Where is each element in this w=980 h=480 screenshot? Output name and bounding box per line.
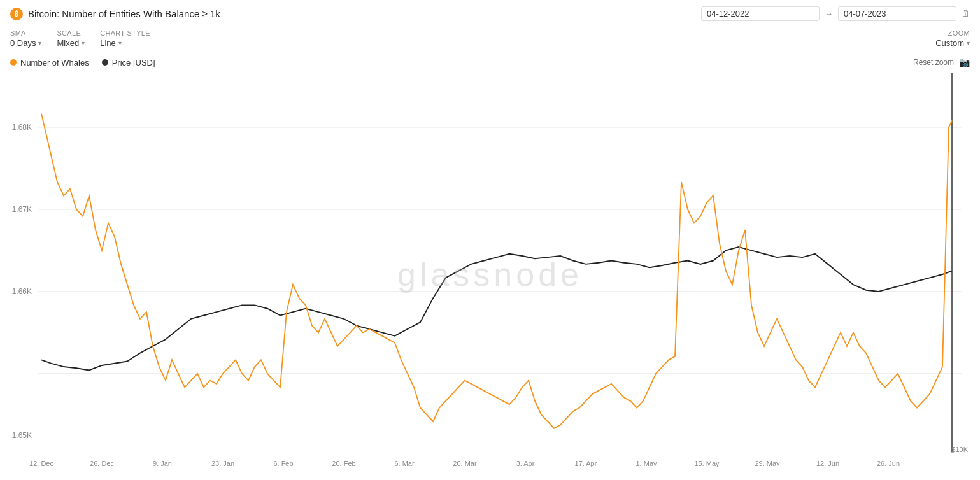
chart-svg: 1.68K 1.67K 1.66K 1.65K 12. Dec 26. Dec … xyxy=(0,73,980,476)
legend-price: Price [USD] xyxy=(102,58,155,67)
svg-text:12. Jun: 12. Jun xyxy=(816,460,839,467)
price-dot xyxy=(102,59,108,66)
sma-label: SMA xyxy=(10,29,41,37)
chart-area: glassnode 1.68K 1.67K 1.66K 1.65K 12. De… xyxy=(0,73,980,476)
svg-text:20. Mar: 20. Mar xyxy=(453,460,476,467)
zoom-label: Zoom xyxy=(948,29,970,37)
sma-value: 0 Days xyxy=(10,38,36,48)
svg-text:1.68K: 1.68K xyxy=(12,123,32,132)
svg-text:12. Dec: 12. Dec xyxy=(29,460,53,467)
date-arrow: → xyxy=(825,9,833,18)
zoom-select[interactable]: Custom ▾ xyxy=(935,38,970,48)
chart-style-value: Line xyxy=(100,38,116,48)
legend: Number of Whales Price [USD] Reset zoom … xyxy=(0,52,980,73)
zoom-control: Zoom Custom ▾ xyxy=(935,29,970,48)
svg-text:1.66K: 1.66K xyxy=(12,287,32,296)
scale-label: Scale xyxy=(57,29,85,37)
reset-zoom-button[interactable]: Reset zoom xyxy=(913,58,954,67)
svg-text:26. Jun: 26. Jun xyxy=(877,460,900,467)
svg-text:15. May: 15. May xyxy=(694,460,719,467)
calendar-icon[interactable]: 🗓 xyxy=(962,9,970,18)
chart-style-select[interactable]: Line ▾ xyxy=(100,38,150,48)
svg-text:17. Apr: 17. Apr xyxy=(575,460,597,467)
controls-bar: SMA 0 Days ▾ Scale Mixed ▾ Chart Style L… xyxy=(0,25,980,52)
title-area: ₿ Bitcoin: Number of Entities With Balan… xyxy=(10,8,220,20)
price-line xyxy=(41,247,952,370)
svg-text:26. Dec: 26. Dec xyxy=(90,460,114,467)
page-title: Bitcoin: Number of Entities With Balance… xyxy=(28,8,220,19)
btc-icon: ₿ xyxy=(10,8,23,20)
svg-text:1. May: 1. May xyxy=(636,460,657,467)
date-range-area: → 🗓 xyxy=(701,6,970,21)
svg-text:9. Jan: 9. Jan xyxy=(153,460,172,467)
legend-whales: Number of Whales xyxy=(10,58,89,67)
zoom-chevron-icon: ▾ xyxy=(967,39,970,46)
scale-control: Scale Mixed ▾ xyxy=(57,29,85,48)
zoom-value: Custom xyxy=(935,38,964,48)
svg-text:6. Feb: 6. Feb xyxy=(273,460,293,467)
chart-style-label: Chart Style xyxy=(100,29,150,37)
scale-select[interactable]: Mixed ▾ xyxy=(57,38,85,48)
svg-text:1.65K: 1.65K xyxy=(12,430,32,439)
svg-text:$10K: $10K xyxy=(951,446,968,453)
svg-text:20. Feb: 20. Feb xyxy=(332,460,355,467)
svg-text:23. Jan: 23. Jan xyxy=(211,460,234,467)
scale-value: Mixed xyxy=(57,38,79,48)
chart-style-control: Chart Style Line ▾ xyxy=(100,29,150,48)
sma-control: SMA 0 Days ▾ xyxy=(10,29,41,48)
whales-dot xyxy=(10,59,17,66)
svg-text:29. May: 29. May xyxy=(755,460,779,467)
svg-text:6. Mar: 6. Mar xyxy=(394,460,414,467)
price-label: Price [USD] xyxy=(112,58,155,67)
reset-zoom-area: Reset zoom 📷 xyxy=(913,57,970,67)
whales-label: Number of Whales xyxy=(20,58,89,67)
sma-chevron-icon: ▾ xyxy=(38,39,41,46)
svg-text:1.67K: 1.67K xyxy=(12,205,32,214)
svg-text:3. Apr: 3. Apr xyxy=(516,460,535,467)
date-start-input[interactable] xyxy=(701,6,820,21)
whales-line xyxy=(41,113,952,428)
date-end-input[interactable] xyxy=(838,6,956,21)
chart-style-chevron-icon: ▾ xyxy=(118,39,122,46)
header: ₿ Bitcoin: Number of Entities With Balan… xyxy=(0,0,980,25)
camera-icon[interactable]: 📷 xyxy=(959,57,970,67)
sma-select[interactable]: 0 Days ▾ xyxy=(10,38,41,48)
scale-chevron-icon: ▾ xyxy=(82,39,85,46)
